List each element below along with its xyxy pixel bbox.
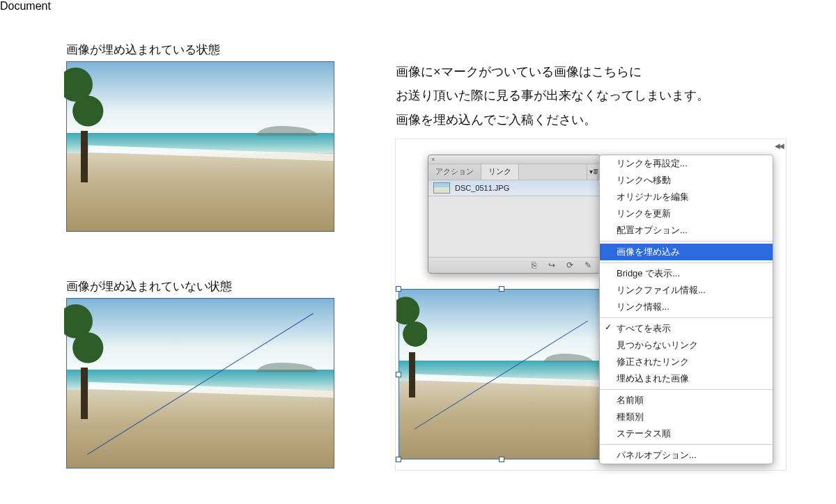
image-not-embedded: [66, 298, 334, 468]
selected-placed-image[interactable]: [398, 289, 604, 459]
link-thumbnail-icon: [433, 182, 450, 194]
tab-action[interactable]: アクション: [428, 164, 481, 180]
mi-sort-kind[interactable]: 種類別: [600, 409, 773, 425]
mi-missing[interactable]: 見つからないリンク: [600, 337, 773, 354]
link-list[interactable]: DSC_0511.JPG: [428, 180, 600, 257]
image-embedded: [66, 61, 334, 232]
mi-embedded[interactable]: 埋め込まれた画像: [600, 370, 773, 387]
mi-sort-name[interactable]: 名前順: [600, 392, 773, 409]
tab-links[interactable]: リンク: [481, 164, 519, 180]
mi-modified[interactable]: 修正されたリンク: [600, 354, 773, 370]
mi-sort-status[interactable]: ステータス順: [600, 425, 773, 442]
desc-line-3: 画像を埋め込んでご入稿ください。: [396, 109, 596, 132]
mi-bridge[interactable]: Bridge で表示...: [600, 265, 773, 282]
mi-placeopt[interactable]: 配置オプション...: [600, 222, 773, 239]
links-palette[interactable]: × アクション リンク ▾≣ DSC_0511.JPG ⎘ ↪ ⟳ ✎: [428, 155, 601, 274]
palette-close-icon[interactable]: ×: [431, 156, 435, 163]
link-row[interactable]: DSC_0511.JPG: [428, 180, 600, 196]
mi-editorig[interactable]: オリジナルを編集: [600, 189, 773, 205]
mi-linkinfo[interactable]: リンク情報...: [600, 299, 773, 315]
palette-header[interactable]: ×: [428, 155, 600, 164]
screenshot-panel-area: ◀◀ × アクション リンク ▾≣ DSC_0511.JPG: [395, 139, 787, 471]
goto-link-icon[interactable]: ↪: [547, 260, 557, 270]
link-filename: DSC_0511.JPG: [455, 184, 509, 192]
caption-embedded: 画像が埋め込まれている状態: [66, 42, 220, 58]
mi-showall[interactable]: すべてを表示: [600, 320, 773, 337]
edit-icon[interactable]: ✎: [583, 260, 593, 270]
chain-link-icon[interactable]: ⎘: [529, 260, 539, 270]
mi-goto[interactable]: リンクへ移動: [600, 172, 773, 189]
desc-line-1: 画像に×マークがついている画像はこちらに: [396, 61, 642, 84]
mi-fileinfo[interactable]: リンクファイル情報...: [600, 282, 773, 299]
mi-panel-options[interactable]: パネルオプション...: [600, 447, 773, 464]
mi-update[interactable]: リンクを更新: [600, 205, 773, 222]
links-dropdown-menu[interactable]: リンクを再設定... リンクへ移動 オリジナルを編集 リンクを更新 配置オプショ…: [599, 155, 773, 464]
mi-embed-image[interactable]: 画像を埋め込み: [600, 244, 773, 260]
mi-relink[interactable]: リンクを再設定...: [600, 155, 773, 172]
desc-line-2: お送り頂いた際に見る事が出来なくなってしまいます。: [396, 84, 709, 107]
beach-image: [66, 61, 334, 232]
refresh-icon[interactable]: ⟳: [565, 260, 575, 270]
panel-grip-icon: ◀◀: [775, 142, 783, 150]
caption-not-embedded: 画像が埋め込まれていない状態: [66, 278, 232, 294]
beach-image-xmark: [66, 298, 334, 468]
